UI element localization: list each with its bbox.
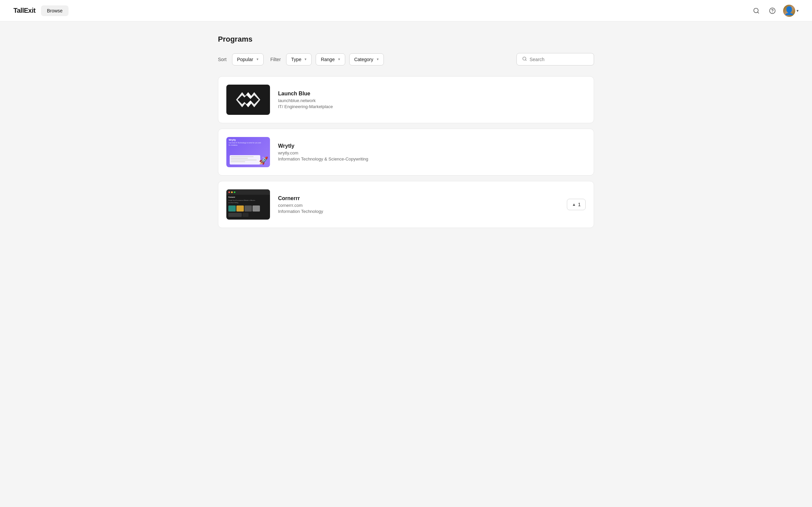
program-card[interactable]: Wrytly Use best AI Technology to write f… xyxy=(218,129,594,176)
program-category: Information Technology & Science-Copywri… xyxy=(278,156,586,162)
svg-line-9 xyxy=(526,60,527,61)
header: TallExit Browse xyxy=(0,0,812,21)
search-container xyxy=(516,53,594,65)
main-content: Programs Sort Popular ▾ Filter Type ▾ Ra… xyxy=(205,21,607,241)
vote-arrow-icon: ▲ xyxy=(572,202,576,207)
type-dropdown[interactable]: Type ▾ xyxy=(286,53,312,65)
vote-count: 1 xyxy=(578,202,581,207)
type-value: Type xyxy=(291,57,301,62)
header-left: TallExit Browse xyxy=(13,5,69,16)
sort-value: Popular xyxy=(237,57,253,62)
program-logo-wrytly: Wrytly Use best AI Technology to write f… xyxy=(226,137,270,167)
filter-label: Filter xyxy=(270,57,281,62)
program-name: Wrytly xyxy=(278,143,586,149)
svg-line-1 xyxy=(758,12,759,13)
program-list: Launch Blue launchblue.network IT/ Engin… xyxy=(218,76,594,228)
program-info-wrytly: Wrytly wrytly.com Information Technology… xyxy=(278,143,586,162)
filter-bar: Sort Popular ▾ Filter Type ▾ Range ▾ Cat… xyxy=(218,53,594,65)
type-chevron-icon: ▾ xyxy=(305,57,307,61)
program-category: Information Technology xyxy=(278,209,586,214)
program-card[interactable]: Cornerrr Create Your E-commerce Website … xyxy=(218,181,594,228)
category-dropdown[interactable]: Category ▾ xyxy=(349,53,384,65)
program-info-cornerrr: Cornerrr cornerrr.com Information Techno… xyxy=(278,195,586,214)
range-chevron-icon: ▾ xyxy=(338,57,340,61)
sort-chevron-icon: ▾ xyxy=(257,57,259,61)
avatar-container[interactable]: ▾ xyxy=(783,5,799,17)
browse-button[interactable]: Browse xyxy=(41,5,69,16)
program-card[interactable]: Launch Blue launchblue.network IT/ Engin… xyxy=(218,76,594,123)
program-logo-launch-blue xyxy=(226,85,270,115)
range-value: Range xyxy=(321,57,334,62)
search-filter-icon xyxy=(522,56,527,62)
category-chevron-icon: ▾ xyxy=(377,57,379,61)
program-logo-cornerrr: Cornerrr Create Your E-commerce Website … xyxy=(226,189,270,220)
page-title: Programs xyxy=(218,35,594,44)
logo: TallExit xyxy=(13,7,36,14)
avatar xyxy=(783,5,795,17)
program-info-launch-blue: Launch Blue launchblue.network IT/ Engin… xyxy=(278,91,586,109)
sort-dropdown[interactable]: Popular ▾ xyxy=(232,53,264,65)
program-url: launchblue.network xyxy=(278,98,586,103)
program-url: cornerrr.com xyxy=(278,203,586,208)
range-dropdown[interactable]: Range ▾ xyxy=(316,53,345,65)
header-right: ▾ xyxy=(751,5,799,17)
program-category: IT/ Engineering-Marketplace xyxy=(278,104,586,109)
sort-label: Sort xyxy=(218,57,227,62)
vote-button[interactable]: ▲ 1 xyxy=(567,199,586,210)
category-value: Category xyxy=(354,57,373,62)
avatar-chevron-icon: ▾ xyxy=(797,8,799,13)
program-url: wrytly.com xyxy=(278,150,586,155)
avatar-image xyxy=(783,5,795,17)
search-input[interactable] xyxy=(530,57,588,62)
program-name: Launch Blue xyxy=(278,91,586,97)
program-name: Cornerrr xyxy=(278,195,586,201)
search-icon[interactable] xyxy=(751,5,762,16)
help-icon[interactable] xyxy=(767,5,778,16)
